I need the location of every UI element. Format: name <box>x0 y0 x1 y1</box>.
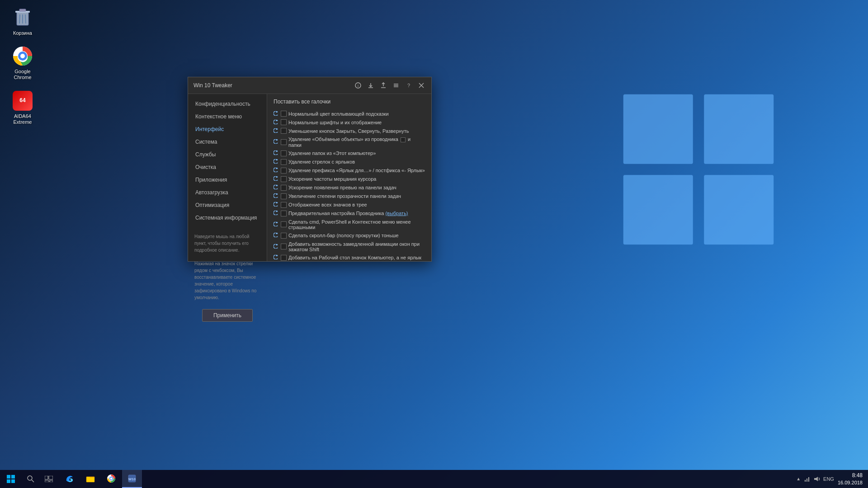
sidebar-item-services[interactable]: Службы <box>188 148 267 161</box>
recycle-bin-icon[interactable]: Корзина <box>5 5 41 38</box>
restore-icon-10[interactable] <box>274 202 279 207</box>
checkbox-12[interactable] <box>281 221 287 227</box>
taskbar: W10 ▲ ENG <box>0 470 868 488</box>
sidebar-item-interface[interactable]: Интерфейс <box>188 123 267 136</box>
sidebar-item-privacy[interactable]: Конфиденциальность <box>188 98 267 110</box>
option-row-8: Ускорение появления превью на панели зад… <box>274 183 425 192</box>
sidebar-item-optimization[interactable]: Оптимизация <box>188 199 267 211</box>
google-chrome-icon[interactable]: Google Chrome <box>5 43 41 83</box>
svg-text:W10: W10 <box>128 477 136 481</box>
option-row-0: Нормальный цвет всплывающей подсказки <box>274 109 425 118</box>
sidebar-item-system[interactable]: Система <box>188 136 267 148</box>
time-display: 8:48 <box>852 472 863 479</box>
svg-point-54 <box>110 478 113 480</box>
checkbox-8[interactable] <box>281 185 287 191</box>
checkbox-1[interactable] <box>281 119 287 125</box>
option-label-8: Ускорение появления превью на панели зад… <box>288 185 425 190</box>
svg-rect-42 <box>11 475 15 479</box>
tray-icons: ▲ ENG <box>796 475 834 483</box>
option-row-15: Добавить на Рабочий стол значок Компьюте… <box>274 253 425 261</box>
svg-text:?: ? <box>407 83 410 88</box>
mini-checkbox-3[interactable] <box>401 137 406 142</box>
restore-icon-7[interactable] <box>274 176 279 182</box>
restore-icon-11[interactable] <box>274 211 279 216</box>
checkbox-14[interactable] <box>281 244 287 249</box>
sidebar-item-autorun[interactable]: Автозагрузка <box>188 186 267 199</box>
checkbox-11[interactable] <box>281 211 287 216</box>
restore-icon-9[interactable] <box>274 193 279 199</box>
option-label-11: Предварительная настройка Проводника (вы… <box>288 211 425 216</box>
checkbox-3[interactable] <box>281 139 287 145</box>
option-label-14: Добавить возможность замедленной анимаци… <box>288 241 425 252</box>
checkbox-10[interactable] <box>281 202 287 208</box>
start-button[interactable] <box>0 470 22 488</box>
svg-point-13 <box>20 54 25 58</box>
search-button[interactable] <box>22 470 40 488</box>
checkbox-13[interactable] <box>281 233 287 239</box>
close-button[interactable] <box>417 81 426 90</box>
restore-icon-8[interactable] <box>274 185 279 190</box>
windows-logo-background <box>619 90 778 249</box>
restore-icon-14[interactable] <box>274 244 279 249</box>
checkbox-9[interactable] <box>281 193 287 199</box>
sidebar-apply-area: Применить <box>188 305 267 328</box>
checkbox-6[interactable] <box>281 168 287 174</box>
desktop: Корзина Google Chrome <box>0 0 868 488</box>
svg-rect-0 <box>623 94 693 164</box>
taskbar-apps: W10 <box>60 470 142 488</box>
download-button[interactable] <box>366 81 375 90</box>
upload-button[interactable] <box>379 81 388 90</box>
restore-icon-5[interactable] <box>274 159 279 164</box>
sidebar-info: Наведите мышь на любой пункт, чтобы полу… <box>188 230 267 305</box>
checkbox-7[interactable] <box>281 176 287 182</box>
option-label-1: Нормальные шрифты и их отображение <box>288 120 425 125</box>
network-icon <box>803 475 811 483</box>
tray-expand-icon[interactable]: ▲ <box>796 476 801 481</box>
restore-icon-4[interactable] <box>274 150 279 156</box>
option-label-12: Сделать cmd, PowerShell и Контекстное ме… <box>288 219 425 230</box>
help-button[interactable]: ? <box>404 81 413 90</box>
sidebar-item-cleanup[interactable]: Очистка <box>188 161 267 174</box>
apply-button[interactable]: Применить <box>202 309 253 322</box>
option-row-4: Удаление папок из «Этот компьютер» <box>274 149 425 158</box>
restore-icon-13[interactable] <box>274 233 279 238</box>
info-button[interactable]: i <box>354 81 363 90</box>
checkbox-2[interactable] <box>281 128 287 134</box>
recycle-bin-label: Корзина <box>13 30 32 36</box>
aida64-icon[interactable]: 64 AIDA64 Extreme <box>5 88 41 127</box>
option-label-9: Увеличение степени прозрачности панели з… <box>288 193 425 199</box>
option-row-2: Уменьшение кнопок Закрыть, Свернуть, Раз… <box>274 127 425 135</box>
svg-rect-49 <box>45 480 49 482</box>
svg-rect-41 <box>7 475 10 479</box>
option-label-5: Удаление стрелок с ярлыков <box>288 159 425 164</box>
sidebar-item-context-menu[interactable]: Контекстное меню <box>188 110 267 123</box>
svg-line-9 <box>25 14 26 23</box>
restore-icon-6[interactable] <box>274 168 279 173</box>
restore-icon-3[interactable] <box>274 139 279 145</box>
option-label-0: Нормальный цвет всплывающей подсказки <box>288 111 425 117</box>
task-view-button[interactable] <box>40 470 58 488</box>
taskbar-tweaker[interactable]: W10 <box>122 470 142 488</box>
dialog-body: Конфиденциальность Контекстное меню Инте… <box>188 94 431 261</box>
taskbar-explorer[interactable] <box>80 470 100 488</box>
checkbox-0[interactable] <box>281 111 287 117</box>
option-row-14: Добавить возможность замедленной анимаци… <box>274 240 425 253</box>
option-label-3: Удаление «Объёмные объекты» из проводник… <box>288 136 425 148</box>
sidebar-item-apps[interactable]: Приложения <box>188 174 267 186</box>
language-indicator[interactable]: ENG <box>823 476 834 482</box>
checkbox-4[interactable] <box>281 150 287 156</box>
restore-icon-1[interactable] <box>274 120 279 125</box>
sidebar-item-sysinfo[interactable]: Системная информация <box>188 211 267 224</box>
checkbox-5[interactable] <box>281 159 287 165</box>
option-label-6: Удаление префикса «Ярлык для…» / постфик… <box>288 168 425 173</box>
option-link-11[interactable]: (выбрать) <box>385 211 408 216</box>
menu-button[interactable] <box>392 81 401 90</box>
option-label-13: Сделать скролл-бар (полосу прокрутки) то… <box>288 233 425 238</box>
restore-icon-0[interactable] <box>274 111 279 117</box>
taskbar-edge[interactable] <box>60 470 80 488</box>
taskbar-chrome[interactable] <box>101 470 121 488</box>
restore-icon-12[interactable] <box>274 222 279 227</box>
checkbox-15[interactable] <box>281 255 287 261</box>
restore-icon-15[interactable] <box>274 255 279 260</box>
restore-icon-2[interactable] <box>274 128 279 134</box>
